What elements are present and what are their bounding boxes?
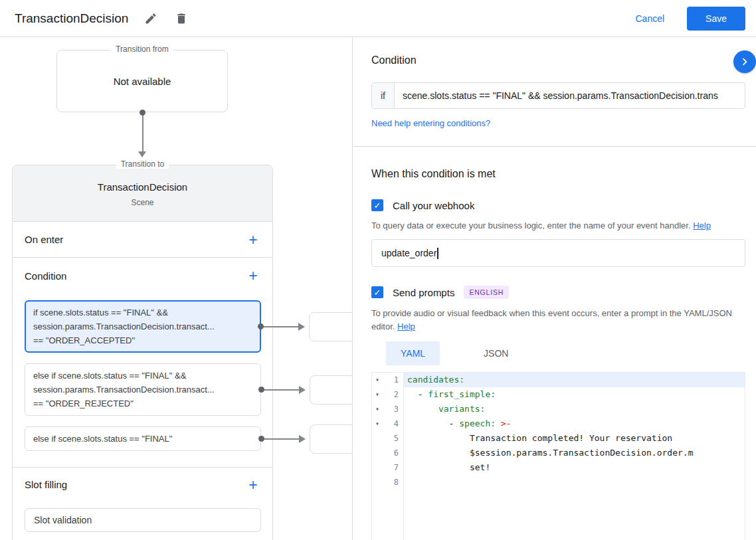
tab-yaml[interactable]: YAML [386, 341, 440, 365]
prompts-label: Send prompts [393, 287, 454, 298]
webhook-name-input[interactable]: update_order [371, 239, 745, 267]
tab-json[interactable]: JSON [469, 341, 523, 365]
connector-dot [258, 323, 264, 329]
prompts-helper-text: To provide audio or visual feedback when… [371, 307, 743, 333]
code-line: ▾1 candidates: [372, 373, 745, 387]
transition-target-box[interactable] [309, 312, 352, 341]
header-right: Cancel Save [635, 7, 745, 31]
editor-empty-area [372, 490, 745, 540]
section-divider [353, 146, 756, 147]
yaml-editor[interactable]: ▾1 candidates: ▾2 - first_simple: ▾3 var… [371, 372, 745, 540]
scene-diagram: Transition from Not available Transition… [0, 37, 352, 540]
prompts-checkbox[interactable]: ✓ [371, 286, 383, 298]
text-cursor [437, 248, 438, 259]
scene-header[interactable]: TransactionDecision Scene [13, 165, 272, 222]
condition-expression-input[interactable]: scene.slots.status == "FINAL" && session… [395, 83, 745, 108]
save-button[interactable]: Save [687, 7, 745, 31]
transition-target-box[interactable] [310, 424, 352, 454]
slot-card-list: Slot validation [13, 501, 272, 540]
webhook-checkbox[interactable]: ✓ [371, 199, 383, 211]
fold-icon[interactable]: ▾ [375, 416, 383, 431]
slot-filling-label: Slot filling [25, 479, 67, 490]
code-line: 7 set! [372, 460, 745, 475]
line-number: 4 [394, 416, 399, 431]
line-number: 7 [394, 460, 399, 475]
header-left: TransactionDecision [15, 11, 189, 27]
arrow-right-icon [299, 435, 306, 443]
scene-title: TransactionDecision [13, 181, 272, 193]
collapse-panel-button[interactable] [733, 50, 756, 73]
code-line: ▾4 - speech: >- [372, 416, 745, 431]
code-line: ▾3 variants: [372, 402, 745, 416]
code-line: 6 $session.params.TransactionDecision.or… [372, 446, 745, 460]
condition-editor-panel: Condition if scene.slots.status == "FINA… [352, 37, 756, 540]
add-slot-button[interactable]: + [243, 475, 263, 495]
fold-icon[interactable]: ▾ [375, 402, 383, 416]
connector-line [260, 438, 303, 440]
condition-card-final[interactable]: else if scene.slots.status == "FINAL" [25, 426, 261, 451]
slot-validation-label: Slot validation [34, 515, 92, 525]
webhook-checkbox-row: ✓ Call your webhook [371, 199, 745, 211]
transition-to-box: Transition to TransactionDecision Scene … [12, 165, 273, 540]
chevron-right-icon [737, 54, 752, 69]
line-number: 3 [394, 402, 399, 416]
webhook-label: Call your webhook [393, 200, 474, 211]
code-line: 8 [372, 475, 745, 490]
transition-from-content: Not available [57, 50, 227, 112]
webhook-help-link[interactable]: Help [693, 221, 711, 230]
condition-section-label: Condition [25, 270, 66, 282]
scene-subtitle: Scene [13, 198, 272, 207]
line-number: 2 [394, 387, 399, 402]
slot-validation-card[interactable]: Slot validation [25, 508, 261, 532]
code-line: 5 Transaction completed! Your reservatio… [372, 431, 745, 446]
if-label: if [372, 83, 395, 108]
connector-dot [140, 110, 145, 116]
prompts-checkbox-row: ✓ Send prompts ENGLISH [371, 286, 745, 299]
prompts-help-link[interactable]: Help [397, 321, 415, 331]
editor-tabs: YAML JSON [371, 341, 745, 365]
connector-line [142, 115, 143, 152]
add-condition-button[interactable]: + [243, 266, 263, 286]
arrow-right-icon [299, 386, 306, 394]
panel-title: Condition [371, 54, 745, 66]
condition-card-rejected[interactable]: else if scene.slots.status == "FINAL" &&… [25, 363, 261, 416]
condition-expression-field: if scene.slots.status == "FINAL" && sess… [371, 82, 745, 109]
line-number: 5 [394, 431, 399, 446]
edit-icon[interactable] [143, 11, 159, 27]
condition-card-accepted[interactable]: if scene.slots.status == "FINAL" && sess… [25, 300, 261, 353]
header: TransactionDecision Cancel Save [0, 0, 756, 37]
connector-line [260, 389, 303, 391]
line-number: 8 [394, 475, 399, 490]
page-title: TransactionDecision [15, 11, 128, 26]
condition-help-link[interactable]: Need help entering conditions? [371, 118, 490, 128]
condition-section: Condition + [13, 258, 272, 294]
fold-icon[interactable]: ▾ [375, 373, 383, 387]
webhook-helper-text: To query data or execute your business l… [371, 219, 743, 232]
transition-target-box[interactable] [310, 375, 352, 405]
connector-line [260, 326, 302, 327]
cancel-button[interactable]: Cancel [635, 13, 664, 24]
line-number: 1 [394, 373, 399, 387]
slot-filling-section: Slot filling + [13, 467, 272, 501]
on-enter-section: On enter + [13, 222, 272, 258]
arrow-down-icon [138, 151, 146, 157]
transition-to-label: Transition to [116, 159, 169, 169]
transition-from-box[interactable]: Transition from Not available [56, 50, 228, 112]
transition-from-label: Transition from [111, 45, 173, 54]
delete-icon[interactable] [173, 11, 189, 27]
line-number: 6 [394, 446, 399, 460]
connector-dot [258, 387, 264, 393]
on-enter-label: On enter [25, 234, 63, 245]
fold-icon[interactable]: ▾ [375, 387, 383, 402]
condition-card-list: if scene.slots.status == "FINAL" && sess… [13, 294, 272, 467]
language-badge: ENGLISH [464, 286, 509, 299]
arrow-right-icon [298, 323, 305, 331]
main-content: Transition from Not available Transition… [0, 37, 756, 540]
webhook-name-value: update_order [381, 248, 436, 258]
connector-dot [258, 436, 264, 442]
code-line: ▾2 - first_simple: [372, 387, 745, 402]
add-on-enter-button[interactable]: + [243, 230, 263, 250]
when-condition-heading: When this condition is met [371, 168, 745, 180]
